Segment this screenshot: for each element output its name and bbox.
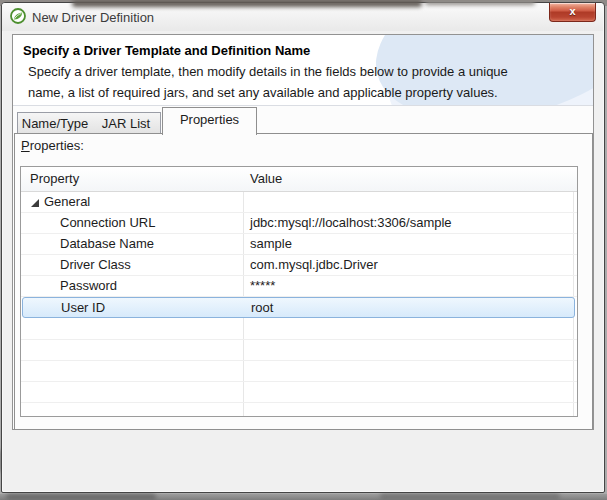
- table-row[interactable]: Database Name sample: [21, 234, 577, 255]
- tab-name-type[interactable]: Name/Type: [17, 112, 93, 134]
- empty-table-row[interactable]: [21, 382, 577, 403]
- close-icon[interactable]: x: [549, 3, 596, 22]
- blurred-background-text: [6, 494, 156, 500]
- property-value: com.mysql.jdbc.Driver: [250, 255, 378, 275]
- property-name: User ID: [61, 298, 105, 318]
- properties-table[interactable]: Property Value General Connection URL jd…: [20, 166, 578, 417]
- property-name: Driver Class: [60, 255, 131, 275]
- group-label: General: [44, 192, 90, 212]
- blurred-background-text: [380, 494, 560, 500]
- empty-table-row[interactable]: [21, 319, 577, 340]
- blurred-background-text: [72, 0, 422, 7]
- property-value: *****: [250, 276, 275, 296]
- property-value: sample: [250, 234, 292, 254]
- table-row-group-general[interactable]: General: [21, 192, 577, 213]
- titlebar[interactable]: New Driver Definition x: [2, 3, 603, 31]
- property-name: Connection URL: [60, 213, 155, 233]
- table-row[interactable]: Connection URL jdbc:mysql://localhost:33…: [21, 213, 577, 234]
- wizard-title: Specify a Driver Template and Definition…: [23, 43, 310, 58]
- blurred-background-text: [425, 0, 535, 5]
- tree-expanded-icon[interactable]: [31, 199, 39, 207]
- table-row-selected[interactable]: User ID root: [22, 297, 575, 318]
- description-line-2: name, a list of required jars, and set a…: [28, 82, 508, 103]
- table-row[interactable]: Password *****: [21, 276, 577, 297]
- table-row[interactable]: Driver Class com.mysql.jdbc.Driver: [21, 255, 577, 276]
- tab-properties[interactable]: Properties: [162, 107, 257, 135]
- wizard-header-banner: Specify a Driver Template and Definition…: [13, 35, 593, 106]
- empty-table-row[interactable]: [21, 403, 577, 417]
- window-title: New Driver Definition: [32, 10, 154, 25]
- empty-table-row[interactable]: [21, 361, 577, 382]
- tab-jar-list[interactable]: JAR List: [92, 112, 161, 134]
- column-header-value[interactable]: Value: [250, 171, 282, 186]
- property-value: root: [251, 298, 273, 318]
- empty-table-row[interactable]: [21, 340, 577, 361]
- description-line-1: Specify a driver template, then modify d…: [28, 61, 508, 82]
- property-value: jdbc:mysql://localhost:3306/sample: [250, 213, 452, 233]
- properties-label: Properties:: [21, 138, 84, 153]
- property-name: Password: [60, 276, 117, 296]
- column-header-property[interactable]: Property: [30, 171, 79, 186]
- properties-label-rest: roperties:: [30, 138, 84, 153]
- spring-leaf-icon: [10, 8, 26, 24]
- table-header: Property Value: [21, 167, 577, 192]
- screen: New Driver Definition x Specify a Driver…: [0, 0, 607, 500]
- properties-label-mnemonic: P: [21, 138, 30, 153]
- wizard-description: Specify a driver template, then modify d…: [28, 61, 508, 103]
- property-name: Database Name: [60, 234, 154, 254]
